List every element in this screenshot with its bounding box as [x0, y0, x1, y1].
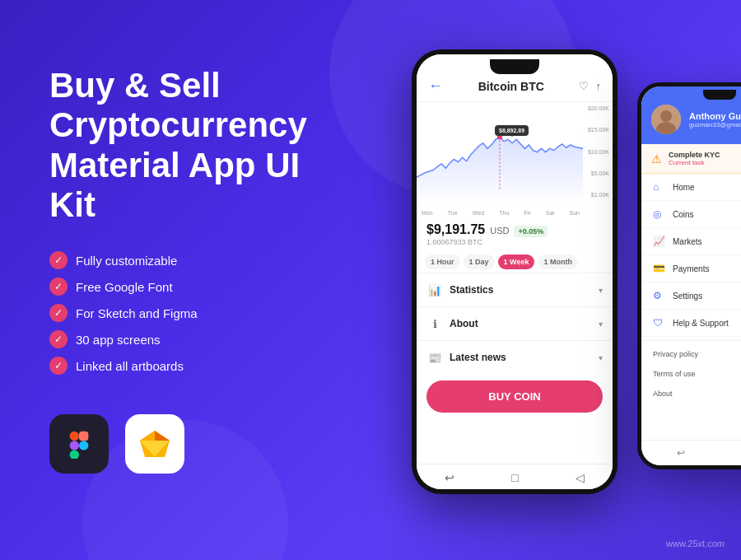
- phone-screen: ← Bitcoin BTC ♡ ↑ $20.00K $15.00K $10.00…: [417, 54, 613, 489]
- svg-point-12: [660, 110, 672, 122]
- figma-icon-box: [49, 414, 109, 474]
- check-icon: ✓: [49, 278, 68, 296]
- feature-text: For Sketch and Figma: [76, 306, 198, 320]
- price-section: $9,191.75 USD +0.05% 1.00067933 BTC: [417, 217, 613, 251]
- nav-label-coins: Coins: [673, 210, 694, 219]
- time-tab-1w[interactable]: 1 Week: [498, 254, 535, 269]
- check-icon: ✓: [49, 251, 68, 269]
- x-label: Fri: [524, 210, 530, 216]
- link-privacy[interactable]: Privacy policy: [641, 344, 741, 364]
- svg-rect-0: [70, 432, 79, 441]
- nav-item-settings[interactable]: ⚙ Settings: [641, 282, 741, 310]
- feature-item: ✓ Linked all artboards: [49, 357, 346, 375]
- nav-item-home[interactable]: ⌂ Home: [641, 174, 741, 201]
- kyc-title: Complete KYC: [669, 151, 720, 159]
- x-label: Thu: [499, 210, 509, 216]
- nav-item-coins[interactable]: ◎ Coins: [641, 201, 741, 228]
- feature-text: 30 app screens: [76, 333, 161, 347]
- phone-notch: [490, 59, 539, 74]
- feature-text: Free Google Font: [76, 280, 173, 294]
- sidebar-nav-back[interactable]: ↩: [677, 447, 685, 459]
- time-tabs: 1 Hour 1 Day 1 Week 1 Month: [417, 251, 613, 273]
- time-tab-1m[interactable]: 1 Month: [538, 254, 578, 269]
- y-label: $20.00K: [588, 105, 609, 111]
- news-section[interactable]: 📰 Latest news ▾: [417, 340, 613, 374]
- sketch-icon-box: [125, 414, 184, 474]
- statistics-label: Statistics: [450, 284, 493, 296]
- left-section: Buy & SellCryptocurrencyMaterial App UI …: [49, 66, 346, 474]
- help-icon: 🛡: [653, 317, 666, 329]
- nav-label-payments: Payments: [673, 264, 709, 273]
- feature-text: Fully customizable: [76, 254, 177, 268]
- main-title: Buy & SellCryptocurrencyMaterial App UI …: [49, 66, 346, 225]
- nav-item-payments[interactable]: 💳 Payments: [641, 255, 741, 282]
- news-label: Latest news: [450, 352, 506, 363]
- feature-item: ✓ 30 app screens: [49, 330, 346, 348]
- chart-area: $20.00K $15.00K $10.00K $5.00K $1.00K: [417, 102, 613, 217]
- statistics-icon: 📊: [426, 282, 443, 298]
- kyc-icon: ⚠: [651, 152, 662, 166]
- feature-item: ✓ Fully customizable: [49, 251, 346, 269]
- link-terms[interactable]: Terms of use: [641, 364, 741, 384]
- y-label: $15.00K: [588, 127, 609, 133]
- price-main: $9,191.75 USD +0.05%: [426, 222, 603, 237]
- about-section[interactable]: ℹ About ▾: [417, 306, 613, 340]
- about-icon: ℹ: [426, 315, 443, 332]
- nav-label-markets: Markets: [673, 237, 702, 246]
- chart-y-labels: $20.00K $15.00K $10.00K $5.00K $1.00K: [588, 105, 609, 198]
- nav-label-home: Home: [673, 183, 695, 192]
- price-btc: 1.00067933 BTC: [426, 238, 603, 246]
- nav-back[interactable]: ↩: [445, 471, 454, 484]
- nav-item-markets[interactable]: 📈 Markets: [641, 228, 741, 255]
- phone-bottom-nav: ↩ □ ◁: [417, 464, 613, 489]
- check-icon: ✓: [49, 330, 68, 348]
- price-tooltip: $8,892.89: [495, 125, 529, 136]
- user-email: guzman33@gmail.com: [689, 121, 741, 128]
- svg-rect-1: [70, 441, 79, 450]
- heart-icon[interactable]: ♡: [579, 80, 589, 92]
- svg-rect-2: [79, 441, 88, 450]
- feature-text: Linked all artboards: [76, 359, 184, 373]
- nav-item-help[interactable]: 🛡 Help & Support: [641, 310, 741, 337]
- user-info: Anthony Guzman guzman33@gmail.com: [689, 111, 741, 128]
- settings-icon: ⚙: [653, 290, 666, 301]
- tool-icons: [49, 414, 346, 474]
- price-value: $9,191.75: [426, 222, 485, 237]
- statistics-section[interactable]: 📊 Statistics ▾: [417, 273, 613, 306]
- user-name: Anthony Guzman: [689, 111, 741, 121]
- x-label: Tue: [448, 210, 458, 216]
- sidebar-nav: ⌂ Home ◎ Coins 📈 Markets 💳 Payments ⚙ Se…: [641, 174, 741, 440]
- check-icon: ✓: [49, 357, 68, 375]
- feature-item: ✓ Free Google Font: [49, 278, 346, 296]
- y-label: $1.00K: [588, 192, 609, 198]
- y-label: $10.00K: [588, 149, 609, 155]
- nav-recent[interactable]: ◁: [576, 471, 585, 484]
- markets-icon: 📈: [653, 236, 666, 247]
- sidebar-divider: [641, 340, 741, 341]
- share-icon[interactable]: ↑: [595, 80, 601, 92]
- coin-title: Bitcoin BTC: [478, 80, 544, 93]
- x-label: Wed: [473, 210, 484, 216]
- header-icons: ♡ ↑: [579, 80, 601, 92]
- chevron-icon: ▾: [599, 320, 603, 329]
- chart-svg: [417, 105, 613, 204]
- x-label: Sun: [570, 210, 580, 216]
- sidebar-bottom-nav: ↩ □: [641, 440, 741, 465]
- kyc-banner[interactable]: ⚠ Complete KYC Current task: [641, 144, 741, 174]
- nav-home[interactable]: □: [511, 471, 518, 484]
- link-about[interactable]: About: [641, 384, 741, 404]
- time-tab-1d[interactable]: 1 Day: [464, 254, 495, 269]
- price-currency: USD: [490, 226, 509, 236]
- sidebar-screen: Anthony Guzman guzman33@gmail.com ⚠ Comp…: [641, 86, 741, 465]
- watermark: www.25xt.com: [666, 539, 725, 548]
- x-label: Sat: [546, 210, 555, 216]
- time-tab-1h[interactable]: 1 Hour: [425, 254, 460, 269]
- chevron-icon: ▾: [599, 353, 603, 362]
- buy-button[interactable]: BUY COIN: [426, 380, 603, 413]
- check-icon: ✓: [49, 304, 68, 322]
- y-label: $5.00K: [588, 170, 609, 176]
- feature-list: ✓ Fully customizable ✓ Free Google Font …: [49, 251, 346, 375]
- back-button[interactable]: ←: [428, 77, 443, 95]
- home-icon: ⌂: [653, 181, 666, 193]
- about-label: About: [450, 318, 478, 329]
